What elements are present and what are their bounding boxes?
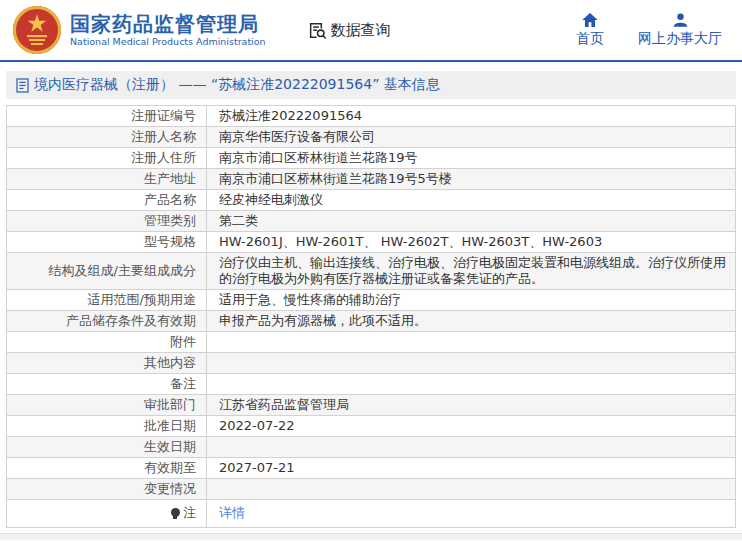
home-icon xyxy=(582,13,598,27)
table-row: 审批部门江苏省药品监督管理局 xyxy=(7,395,736,416)
row-label: 变更情况 xyxy=(7,479,207,500)
row-value: 苏械注准20222091564 xyxy=(207,106,736,127)
page-icon xyxy=(16,78,29,93)
detail-link[interactable]: 详情 xyxy=(219,505,245,520)
row-value: 治疗仪由主机、输出连接线、治疗电极、治疗电极固定装置和电源线组成。治疗仪所使用的… xyxy=(207,253,736,290)
table-row: 管理类别第二类 xyxy=(7,211,736,232)
table-row: 注详情 xyxy=(7,500,736,528)
user-icon xyxy=(673,13,688,27)
footer-strip xyxy=(0,533,742,540)
row-value: 江苏省药品监督管理局 xyxy=(207,395,736,416)
row-label: 结构及组成/主要组成成分 xyxy=(7,253,207,290)
table-row: 结构及组成/主要组成成分治疗仪由主机、输出连接线、治疗电极、治疗电极固定装置和电… xyxy=(7,253,736,290)
row-label: 备注 xyxy=(7,374,207,395)
row-value: 南京华伟医疗设备有限公司 xyxy=(207,127,736,148)
row-label: 产品名称 xyxy=(7,190,207,211)
row-value xyxy=(207,479,736,500)
row-value xyxy=(207,437,736,458)
row-label: 其他内容 xyxy=(7,353,207,374)
agency-title-block: 国家药品监督管理局 National Medical Products Admi… xyxy=(70,12,266,48)
table-row: 生效日期 xyxy=(7,437,736,458)
breadcrumb-wrap: 境内医疗器械（注册） —— “苏械注准20222091564” 基本信息 xyxy=(6,71,736,99)
table-row: 备注 xyxy=(7,374,736,395)
table-row: 附件 xyxy=(7,332,736,353)
header-nav: 首页 网上办事大厅 xyxy=(576,13,728,48)
row-value: 2022-07-22 xyxy=(207,416,736,437)
agency-name-cn: 国家药品监督管理局 xyxy=(70,12,266,36)
row-label: 注册人住所 xyxy=(7,148,207,169)
table-row: 产品名称经皮神经电刺激仪 xyxy=(7,190,736,211)
row-value: 南京市浦口区桥林街道兰花路19号 xyxy=(207,148,736,169)
agency-name-en: National Medical Products Administration xyxy=(70,36,266,48)
table-row: 生产地址南京市浦口区桥林街道兰花路19号5号楼 xyxy=(7,169,736,190)
row-label: 管理类别 xyxy=(7,211,207,232)
document-search-icon xyxy=(308,21,327,40)
row-value: 经皮神经电刺激仪 xyxy=(207,190,736,211)
row-label: 适用范围/预期用途 xyxy=(7,290,207,311)
data-query-label: 数据查询 xyxy=(331,21,391,40)
table-row: 变更情况 xyxy=(7,479,736,500)
row-label: 生产地址 xyxy=(7,169,207,190)
row-value: 适用于急、慢性疼痛的辅助治疗 xyxy=(207,290,736,311)
nav-service-hall-label: 网上办事大厅 xyxy=(638,30,722,48)
row-label: 注 xyxy=(7,500,207,528)
row-value xyxy=(207,332,736,353)
nav-service-hall[interactable]: 网上办事大厅 xyxy=(638,13,722,48)
row-label: 型号规格 xyxy=(7,232,207,253)
row-label: 生效日期 xyxy=(7,437,207,458)
row-label: 注册人名称 xyxy=(7,127,207,148)
table-row: 注册人名称南京华伟医疗设备有限公司 xyxy=(7,127,736,148)
row-label: 附件 xyxy=(7,332,207,353)
row-value: 申报产品为有源器械，此项不适用。 xyxy=(207,311,736,332)
info-table-body: 注册证编号苏械注准20222091564注册人名称南京华伟医疗设备有限公司注册人… xyxy=(7,106,736,528)
table-row: 注册证编号苏械注准20222091564 xyxy=(7,106,736,127)
row-value: 南京市浦口区桥林街道兰花路19号5号楼 xyxy=(207,169,736,190)
data-query-nav[interactable]: 数据查询 xyxy=(308,21,391,40)
registration-info-table-wrap: 注册证编号苏械注准20222091564注册人名称南京华伟医疗设备有限公司注册人… xyxy=(6,105,736,528)
nav-home-label: 首页 xyxy=(576,30,604,48)
nav-home[interactable]: 首页 xyxy=(576,13,604,48)
row-label: 批准日期 xyxy=(7,416,207,437)
site-header: 国家药品监督管理局 National Medical Products Admi… xyxy=(0,0,742,62)
row-value xyxy=(207,374,736,395)
table-row: 有效期至2027-07-21 xyxy=(7,458,736,479)
row-value: HW-2601J、HW-2601T、 HW-2602T、HW-2603T、HW-… xyxy=(207,232,736,253)
bulb-icon xyxy=(171,508,180,517)
row-value xyxy=(207,353,736,374)
national-emblem-logo xyxy=(12,5,62,55)
row-label: 注册证编号 xyxy=(7,106,207,127)
table-row: 其他内容 xyxy=(7,353,736,374)
row-label: 审批部门 xyxy=(7,395,207,416)
row-label: 有效期至 xyxy=(7,458,207,479)
table-row: 适用范围/预期用途适用于急、慢性疼痛的辅助治疗 xyxy=(7,290,736,311)
row-value: 2027-07-21 xyxy=(207,458,736,479)
table-row: 型号规格HW-2601J、HW-2601T、 HW-2602T、HW-2603T… xyxy=(7,232,736,253)
table-row: 产品储存条件及有效期申报产品为有源器械，此项不适用。 xyxy=(7,311,736,332)
row-value: 详情 xyxy=(207,500,736,528)
table-row: 批准日期2022-07-22 xyxy=(7,416,736,437)
page-title: 境内医疗器械（注册） —— “苏械注准20222091564” 基本信息 xyxy=(34,76,440,94)
breadcrumb: 境内医疗器械（注册） —— “苏械注准20222091564” 基本信息 xyxy=(6,71,736,99)
row-label: 产品储存条件及有效期 xyxy=(7,311,207,332)
row-value: 第二类 xyxy=(207,211,736,232)
table-row: 注册人住所南京市浦口区桥林街道兰花路19号 xyxy=(7,148,736,169)
registration-info-table: 注册证编号苏械注准20222091564注册人名称南京华伟医疗设备有限公司注册人… xyxy=(6,105,736,528)
